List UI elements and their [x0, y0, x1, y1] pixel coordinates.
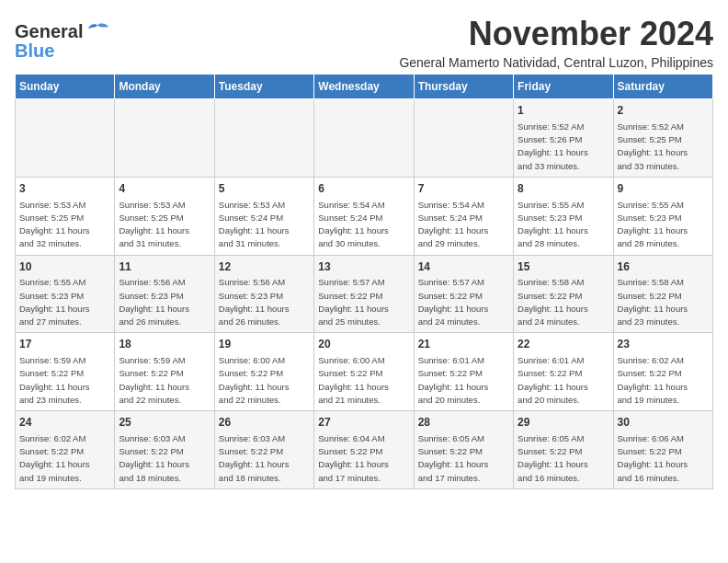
day-number: 28 — [418, 415, 509, 431]
day-number: 12 — [219, 259, 310, 275]
calendar-week-4: 17Sunrise: 5:59 AM Sunset: 5:22 PM Dayli… — [16, 333, 713, 411]
calendar-week-5: 24Sunrise: 6:02 AM Sunset: 5:22 PM Dayli… — [16, 411, 713, 489]
calendar-header-saturday: Saturday — [613, 75, 712, 99]
calendar-table: SundayMondayTuesdayWednesdayThursdayFrid… — [15, 74, 713, 489]
day-number: 13 — [318, 259, 409, 275]
title-area: November 2024 General Mamerto Natividad,… — [399, 15, 713, 70]
calendar-cell: 10Sunrise: 5:55 AM Sunset: 5:23 PM Dayli… — [16, 255, 115, 333]
calendar-cell: 12Sunrise: 5:56 AM Sunset: 5:23 PM Dayli… — [214, 255, 313, 333]
day-info: Sunrise: 6:00 AM Sunset: 5:22 PM Dayligh… — [219, 354, 310, 407]
calendar-cell: 9Sunrise: 5:55 AM Sunset: 5:23 PM Daylig… — [613, 177, 712, 255]
calendar-week-2: 3Sunrise: 5:53 AM Sunset: 5:25 PM Daylig… — [16, 177, 713, 255]
calendar-cell — [16, 99, 115, 178]
calendar-cell: 5Sunrise: 5:53 AM Sunset: 5:24 PM Daylig… — [214, 177, 313, 255]
calendar-cell: 6Sunrise: 5:54 AM Sunset: 5:24 PM Daylig… — [314, 177, 414, 255]
day-info: Sunrise: 5:53 AM Sunset: 5:25 PM Dayligh… — [19, 199, 110, 251]
day-info: Sunrise: 5:52 AM Sunset: 5:26 PM Dayligh… — [518, 121, 609, 173]
calendar-cell: 25Sunrise: 6:03 AM Sunset: 5:22 PM Dayli… — [115, 411, 214, 489]
day-info: Sunrise: 6:02 AM Sunset: 5:22 PM Dayligh… — [19, 432, 110, 485]
calendar-cell: 1Sunrise: 5:52 AM Sunset: 5:26 PM Daylig… — [514, 99, 613, 178]
calendar-cell: 4Sunrise: 5:53 AM Sunset: 5:25 PM Daylig… — [115, 177, 214, 255]
day-number: 27 — [318, 415, 409, 431]
day-info: Sunrise: 5:58 AM Sunset: 5:22 PM Dayligh… — [618, 276, 709, 328]
day-number: 17 — [19, 337, 110, 352]
calendar-cell: 18Sunrise: 5:59 AM Sunset: 5:22 PM Dayli… — [115, 333, 214, 411]
day-number: 26 — [219, 415, 310, 431]
day-number: 24 — [19, 415, 110, 431]
calendar-cell: 14Sunrise: 5:57 AM Sunset: 5:22 PM Dayli… — [414, 255, 513, 333]
calendar-cell: 21Sunrise: 6:01 AM Sunset: 5:22 PM Dayli… — [414, 333, 513, 411]
calendar-cell: 8Sunrise: 5:55 AM Sunset: 5:23 PM Daylig… — [514, 177, 613, 255]
calendar-cell — [414, 99, 513, 178]
calendar-cell: 29Sunrise: 6:05 AM Sunset: 5:22 PM Dayli… — [514, 411, 613, 489]
calendar-cell: 16Sunrise: 5:58 AM Sunset: 5:22 PM Dayli… — [613, 255, 712, 333]
logo-text-line1: General — [15, 21, 83, 42]
day-number: 9 — [618, 181, 709, 197]
day-number: 11 — [119, 259, 210, 275]
day-number: 8 — [518, 181, 609, 197]
day-number: 2 — [618, 103, 709, 119]
calendar-cell: 20Sunrise: 6:00 AM Sunset: 5:22 PM Dayli… — [314, 333, 414, 411]
calendar-header-friday: Friday — [514, 75, 613, 99]
day-number: 10 — [19, 259, 110, 275]
day-info: Sunrise: 5:59 AM Sunset: 5:22 PM Dayligh… — [119, 354, 210, 407]
calendar-header-wednesday: Wednesday — [314, 75, 414, 99]
calendar-header-thursday: Thursday — [414, 75, 513, 99]
day-info: Sunrise: 5:55 AM Sunset: 5:23 PM Dayligh… — [19, 276, 110, 328]
day-number: 29 — [518, 415, 609, 431]
calendar-cell — [214, 99, 313, 178]
day-info: Sunrise: 5:56 AM Sunset: 5:23 PM Dayligh… — [119, 276, 210, 328]
day-number: 14 — [418, 259, 509, 275]
logo: General Blue — [15, 18, 110, 62]
day-number: 23 — [618, 337, 709, 352]
day-number: 21 — [418, 337, 509, 352]
day-number: 6 — [318, 181, 409, 197]
day-info: Sunrise: 5:57 AM Sunset: 5:22 PM Dayligh… — [318, 276, 409, 328]
day-info: Sunrise: 6:02 AM Sunset: 5:22 PM Dayligh… — [618, 354, 709, 407]
calendar-header-tuesday: Tuesday — [214, 75, 313, 99]
day-number: 25 — [119, 415, 210, 431]
day-info: Sunrise: 6:01 AM Sunset: 5:22 PM Dayligh… — [418, 354, 509, 407]
day-number: 20 — [318, 337, 409, 352]
day-info: Sunrise: 5:58 AM Sunset: 5:22 PM Dayligh… — [518, 276, 609, 328]
calendar-cell — [115, 99, 214, 178]
month-title: November 2024 — [399, 15, 713, 53]
day-info: Sunrise: 5:53 AM Sunset: 5:25 PM Dayligh… — [119, 199, 210, 251]
day-info: Sunrise: 6:05 AM Sunset: 5:22 PM Dayligh… — [518, 432, 609, 485]
calendar-cell: 13Sunrise: 5:57 AM Sunset: 5:22 PM Dayli… — [314, 255, 414, 333]
day-info: Sunrise: 6:01 AM Sunset: 5:22 PM Dayligh… — [518, 354, 609, 407]
day-number: 15 — [518, 259, 609, 275]
calendar-cell — [314, 99, 414, 178]
calendar-cell: 19Sunrise: 6:00 AM Sunset: 5:22 PM Dayli… — [214, 333, 313, 411]
calendar-cell: 22Sunrise: 6:01 AM Sunset: 5:22 PM Dayli… — [514, 333, 613, 411]
calendar-cell: 17Sunrise: 5:59 AM Sunset: 5:22 PM Dayli… — [16, 333, 115, 411]
calendar-cell: 24Sunrise: 6:02 AM Sunset: 5:22 PM Dayli… — [16, 411, 115, 489]
calendar-cell: 15Sunrise: 5:58 AM Sunset: 5:22 PM Dayli… — [514, 255, 613, 333]
day-info: Sunrise: 6:03 AM Sunset: 5:22 PM Dayligh… — [219, 432, 310, 485]
day-info: Sunrise: 5:54 AM Sunset: 5:24 PM Dayligh… — [318, 199, 409, 251]
day-number: 22 — [518, 337, 609, 352]
day-info: Sunrise: 5:52 AM Sunset: 5:25 PM Dayligh… — [618, 121, 709, 173]
calendar-cell: 2Sunrise: 5:52 AM Sunset: 5:25 PM Daylig… — [613, 99, 712, 178]
day-info: Sunrise: 5:55 AM Sunset: 5:23 PM Dayligh… — [518, 199, 609, 251]
day-number: 5 — [219, 181, 310, 197]
day-info: Sunrise: 6:06 AM Sunset: 5:22 PM Dayligh… — [618, 432, 709, 485]
day-number: 7 — [418, 181, 509, 197]
calendar-body: 1Sunrise: 5:52 AM Sunset: 5:26 PM Daylig… — [16, 99, 713, 489]
day-info: Sunrise: 5:54 AM Sunset: 5:24 PM Dayligh… — [418, 199, 509, 251]
day-info: Sunrise: 6:04 AM Sunset: 5:22 PM Dayligh… — [318, 432, 409, 485]
day-info: Sunrise: 6:03 AM Sunset: 5:22 PM Dayligh… — [119, 432, 210, 485]
day-number: 3 — [19, 181, 110, 197]
calendar-week-3: 10Sunrise: 5:55 AM Sunset: 5:23 PM Dayli… — [16, 255, 713, 333]
day-number: 1 — [518, 103, 609, 119]
calendar-week-1: 1Sunrise: 5:52 AM Sunset: 5:26 PM Daylig… — [16, 99, 713, 178]
day-info: Sunrise: 5:56 AM Sunset: 5:23 PM Dayligh… — [219, 276, 310, 328]
day-info: Sunrise: 5:59 AM Sunset: 5:22 PM Dayligh… — [19, 354, 110, 407]
calendar-cell: 26Sunrise: 6:03 AM Sunset: 5:22 PM Dayli… — [214, 411, 313, 489]
calendar-header-monday: Monday — [115, 75, 214, 99]
day-info: Sunrise: 6:00 AM Sunset: 5:22 PM Dayligh… — [318, 354, 409, 407]
day-info: Sunrise: 5:55 AM Sunset: 5:23 PM Dayligh… — [618, 199, 709, 251]
day-number: 4 — [119, 181, 210, 197]
calendar-header-row: SundayMondayTuesdayWednesdayThursdayFrid… — [16, 75, 713, 99]
day-number: 19 — [219, 337, 310, 352]
